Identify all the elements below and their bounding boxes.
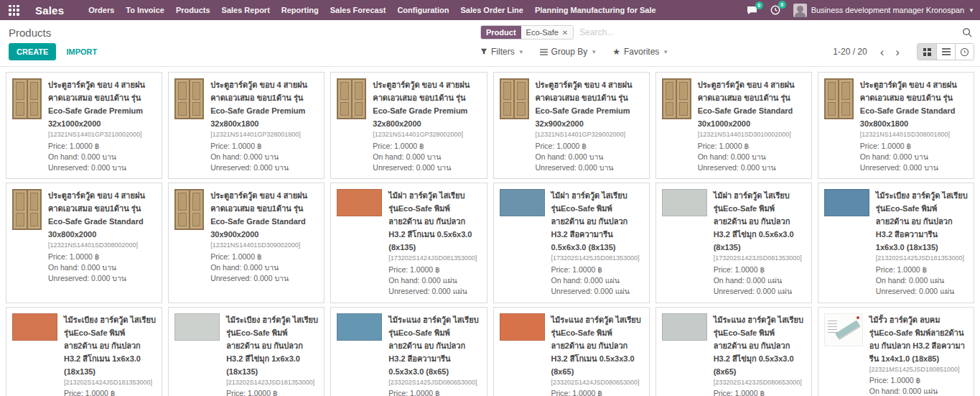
breadcrumb: Products [9, 27, 51, 39]
product-price: Price: 1.0000 ฿ [388, 264, 480, 275]
product-thumbnail [12, 189, 42, 230]
product-card[interactable]: ไม้ฝา ฮาร์ดวู้ด ไสเรียบ รุ่นEco-Safe พิม… [655, 183, 812, 303]
nav-item-sales-order-line[interactable]: Sales Order Line [455, 0, 529, 20]
product-thumbnail [174, 313, 220, 341]
product-thumbnail [500, 78, 529, 119]
messages-icon[interactable]: 0 [747, 6, 757, 15]
search-facet: Product Eco-Safe ✕ [480, 25, 574, 40]
product-thumbnail [824, 78, 854, 119]
apps-grid-icon[interactable] [9, 5, 19, 16]
product-price: Price: 1.0000 ฿ [64, 388, 156, 396]
activity-view-button[interactable] [955, 44, 974, 60]
facet-category: Product [481, 26, 521, 39]
product-card[interactable]: ประตูฮาร์ดวู้ด ขอบ 4 สายฝนคาดเอวเสมอ ขอบ… [818, 72, 974, 179]
product-thumbnail [174, 78, 204, 119]
nav-item-planning-manufacturing-for-sale[interactable]: Planning Manufacturing for Sale [529, 0, 662, 20]
app-title[interactable]: Sales [35, 4, 64, 17]
product-title: ไม้ฝา ฮาร์ดวู้ด ไสเรียบ รุ่นEco-Safe พิม… [714, 191, 794, 252]
product-title: ประตูฮาร์ดวู้ด ขอบ 4 สายฝนคาดเอวเสมอ ขอบ… [48, 191, 145, 239]
product-on-hand: On hand: 0.000 แผ่น [388, 275, 480, 286]
product-unreserved: Unreserved: 0.000 แผ่น [714, 286, 806, 297]
product-code: [213202S1424JSD181353000] [64, 378, 156, 387]
product-unreserved: Unreserved: 0.000 บาน [210, 273, 318, 284]
product-code: [12321NS14401GP328001800] [210, 130, 318, 139]
product-unreserved: Unreserved: 0.000 บาน [698, 162, 806, 173]
product-thumbnail [662, 78, 691, 119]
activities-badge: 0 [778, 1, 786, 9]
filters-dropdown[interactable]: Filters ▼ [480, 47, 524, 57]
product-card[interactable]: ประตูฮาร์ดวู้ด ขอบ 4 สายฝนคาดเอวเสมอ ขอบ… [330, 72, 487, 179]
top-navbar: Sales OrdersTo InvoiceProductsSales Repo… [0, 0, 980, 20]
favorites-dropdown[interactable]: ★ Favorites ▼ [612, 47, 668, 57]
product-card[interactable]: ประตูฮาร์ดวู้ด ขอบ 4 สายฝนคาดเอวเสมอ ขอบ… [655, 72, 812, 179]
product-code: [12321NS14401GP3210002000] [48, 130, 156, 139]
product-card[interactable]: ประตูฮาร์ดวู้ด ขอบ 4 สายฝนคาดเอวเสมอ ขอบ… [168, 72, 325, 179]
product-unreserved: Unreserved: 0.000 แผ่น [388, 286, 480, 297]
product-thumbnail [12, 78, 42, 119]
facet-remove-icon[interactable]: ✕ [562, 29, 568, 37]
product-on-hand: On hand: 0.000 บาน [210, 262, 318, 273]
product-card[interactable]: ไม้ฝา ฮาร์ดวู้ด ไสเรียบ รุ่นEco-Safe พิม… [330, 183, 487, 303]
search-icon[interactable] [962, 27, 974, 38]
product-unreserved: Unreserved: 0.000 บาน [48, 273, 156, 284]
product-card[interactable]: ไม้ระแนง ฮาร์ดวู้ด ไสเรียบ รุ่นEco-Safe … [493, 307, 650, 396]
product-card[interactable]: ไม้ระเบียง ฮาร์ดวู้ด ไสเรียบ รุ่นEco-Saf… [818, 183, 974, 303]
product-price: Price: 1.0000 ฿ [48, 252, 156, 262]
user-menu[interactable]: Business development manager Kronospan ▼ [793, 4, 974, 17]
group-by-dropdown[interactable]: Group By ▼ [540, 47, 597, 57]
import-button[interactable]: IMPORT [66, 47, 97, 56]
product-code: [12321NS14401SD3010002000] [698, 130, 806, 139]
list-view-button[interactable] [936, 44, 955, 60]
nav-item-configuration[interactable]: Configuration [391, 0, 454, 20]
product-on-hand: On hand: 0.000 แผ่น [876, 275, 968, 286]
product-card[interactable]: ไม้ระเบียง ฮาร์ดวู้ด ไสเรียบ รุ่นEco-Saf… [6, 307, 162, 396]
product-card[interactable]: ไม้ระแนง ฮาร์ดวู้ด ไสเรียบ รุ่นEco-Safe … [330, 307, 487, 396]
filter-icon [480, 48, 487, 55]
nav-item-products[interactable]: Products [170, 0, 216, 20]
product-price: Price: 1.0000 ฿ [536, 141, 643, 152]
nav-item-reporting[interactable]: Reporting [276, 0, 325, 20]
chevron-down-icon: ▼ [591, 49, 597, 55]
product-thumbnail [824, 313, 863, 346]
nav-item-orders[interactable]: Orders [83, 0, 120, 20]
product-thumbnail [337, 313, 382, 341]
product-thumbnail [174, 189, 204, 230]
create-button[interactable]: CREATE [9, 43, 56, 60]
product-card[interactable]: ไม้ฝา ฮาร์ดวู้ด ไสเรียบ รุ่นEco-Safe พิม… [493, 183, 650, 303]
product-card[interactable]: ประตูฮาร์ดวู้ด ขอบ 4 สายฝนคาดเอวเสมอ ขอบ… [493, 72, 650, 179]
product-thumbnail [662, 313, 707, 341]
product-card[interactable]: ไม้รั้ว ฮาร์ดวู้ด ลบคม รุ่นEco-Safe พิมพ… [818, 307, 974, 396]
product-card[interactable]: ไม้ระแนง ฮาร์ดวู้ด ไสเรียบ รุ่นEco-Safe … [655, 307, 812, 396]
nav-item-sales-forecast[interactable]: Sales Forecast [325, 0, 392, 20]
product-title: ไม้ฝา ฮาร์ดวู้ด ไสเรียบ รุ่นEco-Safe พิม… [551, 191, 628, 252]
product-title: ประตูฮาร์ดวู้ด ขอบ 4 สายฝนคาดเอวเสมอ ขอบ… [210, 191, 307, 239]
product-code: [12321NS14401SD309002000] [210, 241, 318, 250]
product-title: ประตูฮาร์ดวู้ด ขอบ 4 สายฝนคาดเอวเสมอ ขอบ… [210, 80, 307, 128]
chevron-down-icon: ▼ [663, 49, 668, 55]
product-title: ประตูฮาร์ดวู้ด ขอบ 4 สายฝนคาดเอวเสมอ ขอบ… [373, 80, 470, 128]
product-price: Price: 1.0000 ฿ [714, 264, 806, 275]
search-input[interactable] [574, 27, 962, 37]
product-unreserved: Unreserved: 0.000 บาน [860, 162, 968, 173]
list-icon [942, 48, 951, 55]
clock-icon [960, 47, 969, 57]
nav-item-sales-report[interactable]: Sales Report [216, 0, 276, 20]
product-card[interactable]: ประตูฮาร์ดวู้ด ขอบ 4 สายฝนคาดเอวเสมอ ขอบ… [6, 72, 162, 179]
product-card[interactable]: ประตูฮาร์ดวู้ด ขอบ 4 สายฝนคาดเอวเสมอ ขอบ… [168, 183, 325, 303]
product-on-hand: On hand: 0.000 บาน [373, 152, 480, 162]
activities-icon[interactable]: 0 [770, 5, 780, 15]
product-card[interactable]: ประตูฮาร์ดวู้ด ขอบ 4 สายฝนคาดเอวเสมอ ขอบ… [6, 183, 162, 303]
product-thumbnail [12, 313, 57, 341]
product-title: ไม้ระเบียง ฮาร์ดวู้ด ไสเรียบ รุ่นEco-Saf… [226, 316, 318, 376]
pager-previous-button[interactable]: ‹ [876, 46, 889, 58]
product-unreserved: Unreserved: 0.000 บาน [48, 162, 156, 173]
product-card[interactable]: ไม้ระเบียง ฮาร์ดวู้ด ไสเรียบ รุ่นEco-Saf… [168, 307, 325, 396]
product-title: ประตูฮาร์ดวู้ด ขอบ 4 สายฝนคาดเอวเสมอ ขอบ… [860, 80, 957, 128]
product-code: [173202S1424JSD081353000] [388, 254, 480, 263]
product-code: [213202S1423JSD181353000] [226, 378, 318, 387]
pager-next-button[interactable]: › [891, 46, 904, 58]
kanban-view-button[interactable] [918, 44, 936, 60]
product-on-hand: On hand: 0.000 บาน [860, 152, 968, 162]
product-title: ไม้ระแนง ฮาร์ดวู้ด ไสเรียบ รุ่นEco-Safe … [714, 316, 803, 376]
nav-item-to-invoice[interactable]: To Invoice [120, 0, 170, 20]
